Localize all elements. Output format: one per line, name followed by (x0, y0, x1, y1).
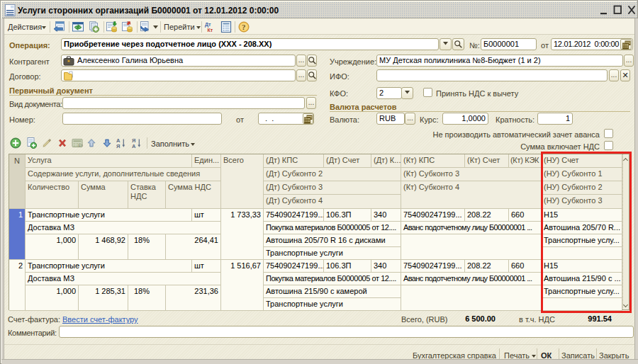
svg-text:Дт: Дт (205, 22, 211, 28)
svg-text:?: ? (242, 23, 246, 31)
svg-text:Я: Я (116, 143, 120, 149)
svg-text:А: А (132, 143, 136, 149)
svg-text:Em: Em (79, 144, 84, 147)
svg-text:Кт: Кт (208, 28, 213, 33)
